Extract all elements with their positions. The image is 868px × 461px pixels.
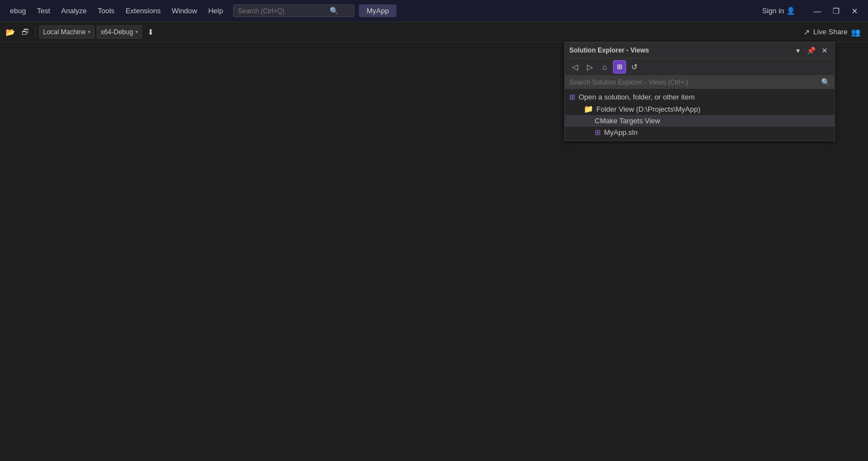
menu-tools[interactable]: Tools: [92, 4, 120, 17]
myapp-button[interactable]: MyApp: [359, 4, 396, 17]
main-area: Solution Explorer - Views ▾ 📌 ✕ ◁ ▷ ⌂ ⊞ …: [0, 42, 868, 461]
close-button[interactable]: ✕: [846, 3, 864, 19]
signin-label: Sign in: [762, 7, 784, 15]
search-input[interactable]: [238, 7, 326, 15]
solution-explorer-title: Solution Explorer - Views: [569, 46, 790, 54]
build-config-dropdown[interactable]: x64-Debug ▾: [97, 25, 142, 39]
menu-test[interactable]: Test: [31, 4, 56, 17]
toolbar: 📂 🗗 Local Machine ▾ x64-Debug ▾ ⬇ ↗ Live…: [0, 22, 868, 42]
toolbar-newwindow-icon[interactable]: 🗗: [19, 25, 32, 39]
se-item-label: Folder View (D:\Projects\MyApp): [596, 105, 700, 113]
solution-explorer-panel: Solution Explorer - Views ▾ 📌 ✕ ◁ ▷ ⌂ ⊞ …: [564, 42, 835, 141]
se-refresh-btn[interactable]: ↺: [628, 60, 641, 74]
menu-analyze[interactable]: Analyze: [56, 4, 92, 17]
folder-icon: 📁: [584, 104, 593, 113]
menu-debug[interactable]: ebug: [4, 4, 31, 17]
liveshare-icon: ↗: [803, 28, 810, 36]
local-machine-arrow-icon: ▾: [88, 29, 91, 35]
toolbar-folder-icon[interactable]: 📂: [3, 25, 17, 39]
toolbar-filter-icon[interactable]: ⬇: [144, 25, 157, 39]
solution-explorer-search[interactable]: 🔍: [565, 76, 834, 89]
se-home-btn[interactable]: ⌂: [598, 60, 611, 74]
se-item-folder-view[interactable]: 📁 Folder View (D:\Projects\MyApp): [565, 103, 834, 115]
local-machine-dropdown[interactable]: Local Machine ▾: [39, 25, 94, 39]
se-search-icon: 🔍: [821, 78, 830, 86]
toolbar-separator-1: [35, 27, 36, 38]
solution-explorer-toolbar: ◁ ▷ ⌂ ⊞ ↺: [565, 59, 834, 76]
file-icon: ⊞: [595, 128, 601, 137]
se-close-btn[interactable]: ✕: [819, 45, 830, 56]
minimize-button[interactable]: —: [808, 3, 826, 19]
se-item-myapp-sln[interactable]: ⊞ MyApp.sln: [565, 127, 834, 138]
search-icon: 🔍: [330, 7, 338, 15]
title-bar: ebug Test Analyze Tools Extensions Windo…: [0, 0, 868, 22]
restore-button[interactable]: ❐: [827, 3, 845, 19]
solution-explorer-header: Solution Explorer - Views ▾ 📌 ✕: [565, 43, 834, 59]
se-item-label: Open a solution, folder, or other item: [579, 93, 695, 101]
title-bar-right: Sign in 👤 — ❐ ✕: [758, 3, 864, 19]
collaborator-icon[interactable]: 👥: [851, 28, 860, 36]
build-config-arrow-icon: ▾: [135, 29, 138, 35]
window-controls: — ❐ ✕: [808, 3, 864, 19]
menu-window[interactable]: Window: [166, 4, 203, 17]
se-pin-btn[interactable]: 📌: [806, 45, 817, 56]
menu-extensions[interactable]: Extensions: [120, 4, 166, 17]
user-icon: 👤: [786, 7, 795, 15]
liveshare-label[interactable]: Live Share: [813, 28, 848, 36]
build-config-label: x64-Debug: [100, 28, 133, 36]
solution-explorer-content: ⊞ Open a solution, folder, or other item…: [565, 89, 834, 140]
se-dropdown-btn[interactable]: ▾: [792, 45, 803, 56]
se-item-cmake[interactable]: CMake Targets View: [565, 115, 834, 127]
se-item-label: CMake Targets View: [595, 117, 660, 125]
signin-button[interactable]: Sign in 👤: [758, 4, 800, 17]
menu-help[interactable]: Help: [203, 4, 229, 17]
se-views-btn[interactable]: ⊞: [613, 60, 626, 74]
se-forward-btn[interactable]: ▷: [583, 60, 596, 74]
search-box[interactable]: 🔍: [233, 4, 354, 17]
se-item-label: MyApp.sln: [604, 128, 638, 137]
local-machine-label: Local Machine: [43, 28, 86, 36]
solution-icon: ⊞: [569, 93, 575, 101]
se-back-btn[interactable]: ◁: [568, 60, 581, 74]
se-search-input[interactable]: [569, 78, 818, 86]
se-item-open-solution[interactable]: ⊞ Open a solution, folder, or other item: [565, 91, 834, 103]
